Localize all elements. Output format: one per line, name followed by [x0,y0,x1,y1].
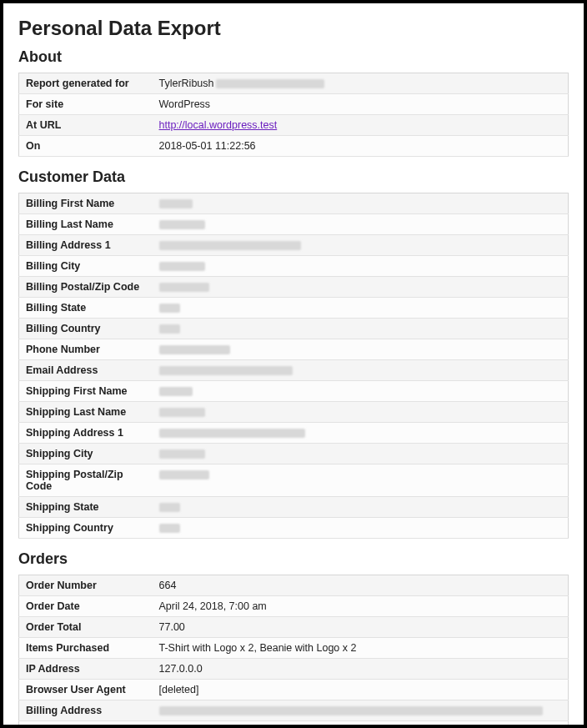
row-value [153,721,569,729]
row-value [153,256,569,277]
table-row: Report generated forTylerRibush [19,73,569,94]
redacted-segment [159,199,193,208]
row-value: April 24, 2018, 7:00 am [153,596,569,617]
row-value [153,214,569,235]
row-value: TylerRibush [153,73,569,94]
row-label: On [19,136,153,157]
row-value [153,497,569,518]
row-value: WordPress [153,94,569,115]
row-value [153,464,569,497]
row-value [153,319,569,339]
table-row: Billing First Name [19,193,569,214]
row-label: Report generated for [19,73,153,94]
orders-table: Order Number664Order DateApril 24, 2018,… [18,575,569,728]
row-value: 2018-05-01 11:22:56 [153,136,569,157]
row-value [153,339,569,360]
table-row: At URLhttp://local.wordpress.test [19,115,569,136]
row-label: Browser User Agent [19,680,153,700]
table-row: On2018-05-01 11:22:56 [19,136,569,157]
about-table: Report generated forTylerRibushFor siteW… [18,73,569,157]
row-label: Billing Last Name [19,214,153,235]
row-label: Shipping State [19,497,153,518]
value-text: T-Shirt with Logo x 2, Beanie with Logo … [159,642,357,654]
table-row: Shipping Last Name [19,402,569,423]
row-value [153,298,569,319]
customer-data-table: Billing First NameBilling Last NameBilli… [18,193,569,539]
value-text: 77.00 [159,621,185,633]
redacted-segment [159,262,205,271]
table-row: Billing Last Name [19,214,569,235]
row-label: Shipping Address [19,721,153,729]
row-label: For site [19,94,153,115]
row-value [153,700,569,721]
redacted-segment [159,345,230,354]
row-label: Shipping City [19,444,153,464]
row-value: http://local.wordpress.test [153,115,569,136]
table-row: IP Address127.0.0.0 [19,659,569,680]
row-label: Billing Address [19,700,153,721]
row-value: 127.0.0.0 [153,659,569,680]
value-text: April 24, 2018, 7:00 am [159,600,267,612]
row-value: [deleted] [153,680,569,700]
orders-heading: Orders [18,550,569,568]
row-label: Billing Postal/Zip Code [19,277,153,298]
table-row: Billing Country [19,319,569,339]
row-label: Shipping Country [19,518,153,539]
row-value [153,444,569,464]
table-row: Billing Address 1 [19,235,569,256]
table-row: Billing Postal/Zip Code [19,277,569,298]
row-label: At URL [19,115,153,136]
table-row: Shipping Address [19,721,569,729]
row-label: Shipping Postal/Zip Code [19,464,153,497]
row-label: IP Address [19,659,153,680]
redacted-segment [159,429,305,438]
table-row: Shipping City [19,444,569,464]
table-row: Shipping First Name [19,381,569,402]
url-link[interactable]: http://local.wordpress.test [159,119,278,131]
row-value [153,360,569,381]
table-row: Browser User Agent[deleted] [19,680,569,700]
row-label: Order Number [19,575,153,596]
document-frame: Personal Data Export About Report genera… [0,0,587,728]
value-text: WordPress [159,98,211,110]
redacted-segment [159,220,205,229]
row-value: 77.00 [153,617,569,638]
row-label: Shipping Address 1 [19,423,153,444]
redacted-segment [159,408,205,417]
table-row: Billing City [19,256,569,277]
value-text: TylerRibush [159,78,214,89]
row-label: Phone Number [19,339,153,360]
row-value [153,235,569,256]
redacted-segment [159,387,193,396]
row-value [153,423,569,444]
row-label: Billing First Name [19,193,153,214]
redacted-segment [159,283,209,292]
row-value [153,381,569,402]
row-label: Billing Country [19,319,153,339]
table-row: Order Total77.00 [19,617,569,638]
redacted-segment [159,304,180,313]
redacted-segment [159,449,205,459]
redacted-segment [159,366,293,375]
row-label: Order Date [19,596,153,617]
row-value [153,193,569,214]
row-label: Shipping Last Name [19,402,153,423]
row-label: Billing State [19,298,153,319]
row-value [153,402,569,423]
value-text: 664 [159,580,177,591]
about-heading: About [18,48,569,66]
table-row: Shipping Postal/Zip Code [19,464,569,497]
redacted-segment [159,503,180,512]
redacted-segment [216,79,324,88]
table-row: Billing State [19,298,569,319]
table-row: Order DateApril 24, 2018, 7:00 am [19,596,569,617]
row-value [153,277,569,298]
value-text: 127.0.0.0 [159,663,203,675]
table-row: Shipping Country [19,518,569,539]
redacted-segment [159,470,209,479]
table-row: Shipping State [19,497,569,518]
row-value [153,518,569,539]
row-label: Items Purchased [19,638,153,659]
row-label: Billing City [19,256,153,277]
table-row: Order Number664 [19,575,569,596]
